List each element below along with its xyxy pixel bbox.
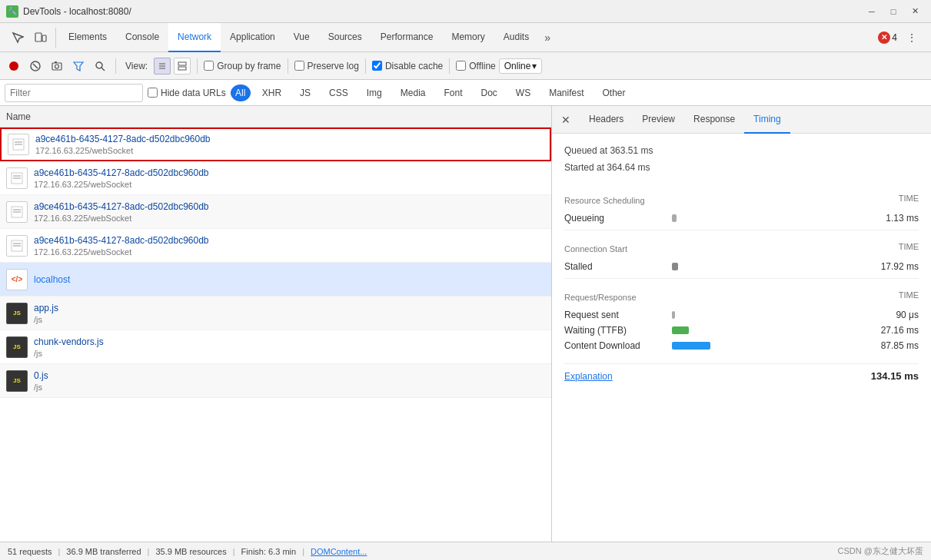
separator: | (302, 547, 304, 556)
request-response-header: Request/Response TIME (564, 285, 919, 305)
network-item[interactable]: a9ce461b-6435-4127-8adc-d502dbc960db 172… (0, 229, 551, 263)
started-at-text: Started at 364.64 ms (564, 160, 919, 177)
window-controls: ─ □ ✕ (862, 3, 925, 20)
offline-checkbox[interactable] (456, 61, 466, 71)
filter-ws-button[interactable]: WS (509, 84, 537, 101)
online-text: Online (504, 61, 531, 71)
network-item[interactable]: a9ce461b-6435-4127-8adc-d502dbc960db 172… (0, 161, 551, 195)
item-details: 0.js /js (34, 370, 545, 392)
resources-size: 35.9 MB resources (155, 547, 226, 556)
disable-cache-checkbox[interactable] (372, 61, 382, 71)
filter-manifest-button[interactable]: Manifest (542, 84, 590, 101)
record-button[interactable] (5, 57, 23, 75)
more-options-button[interactable]: ⋮ (902, 28, 922, 48)
maximize-button[interactable]: □ (883, 3, 903, 20)
explanation-link[interactable]: Explanation (564, 371, 613, 382)
tab-application[interactable]: Application (221, 23, 284, 52)
network-throttle-dropdown[interactable]: Online ▾ (499, 58, 543, 74)
tab-sources-label: Sources (328, 31, 362, 42)
network-item[interactable]: JS app.js /js (0, 297, 551, 330)
network-item[interactable]: JS 0.js /js (0, 364, 551, 398)
network-list-header: Name (0, 106, 551, 128)
preserve-log-checkbox[interactable] (294, 61, 304, 71)
tab-elements[interactable]: Elements (59, 23, 116, 52)
offline-label[interactable]: Offline (456, 61, 495, 71)
network-item[interactable]: a9ce461b-6435-4127-8adc-d502dbc960db 172… (0, 128, 551, 161)
filter-img-button[interactable]: Img (360, 84, 389, 101)
search-button[interactable] (91, 57, 109, 75)
js-icon: JS (6, 303, 28, 324)
tree-view-button[interactable] (174, 58, 191, 75)
waiting-value: 27.16 ms (881, 325, 919, 336)
content-download-value: 87.85 ms (881, 340, 919, 351)
svg-point-6 (55, 65, 59, 68)
filter-doc-button[interactable]: Doc (474, 84, 504, 101)
resource-scheduling-label: Resource Scheduling (564, 196, 645, 205)
tab-vue[interactable]: Vue (284, 23, 319, 52)
tab-application-label: Application (230, 31, 275, 42)
error-circle-icon: ✕ (878, 31, 890, 44)
item-name: a9ce461b-6435-4127-8adc-d502dbc960db (34, 167, 545, 178)
more-tabs-button[interactable]: » (538, 23, 557, 52)
tab-network[interactable]: Network (168, 23, 221, 52)
preserve-log-label[interactable]: Preserve log (294, 61, 359, 71)
queueing-value: 1.13 ms (886, 213, 919, 224)
group-by-frame-checkbox[interactable] (204, 61, 214, 71)
filter-media-button[interactable]: Media (394, 84, 433, 101)
filter-other-button[interactable]: Other (596, 84, 633, 101)
close-button[interactable]: ✕ (905, 3, 925, 20)
hide-data-urls-checkbox[interactable] (148, 88, 158, 98)
filter-button[interactable] (69, 57, 88, 75)
item-url: /js (34, 315, 545, 324)
tab-performance[interactable]: Performance (371, 23, 443, 52)
filter-css-button[interactable]: CSS (322, 84, 355, 101)
content-download-label: Content Download (564, 340, 672, 351)
timing-tab-preview[interactable]: Preview (633, 106, 684, 134)
tab-console-label: Console (125, 31, 159, 42)
tab-sources[interactable]: Sources (319, 23, 371, 52)
svg-rect-5 (52, 63, 62, 70)
filter-js-button[interactable]: JS (293, 84, 318, 101)
separator-4 (365, 58, 366, 74)
item-details: chunk-vendors.js /js (34, 336, 545, 358)
separator-2 (197, 58, 198, 74)
timing-tab-headers[interactable]: Headers (580, 106, 633, 134)
minimize-button[interactable]: ─ (862, 3, 882, 20)
queueing-label: Queueing (564, 213, 672, 224)
toggle-device-button[interactable] (31, 28, 51, 48)
filter-input[interactable] (5, 84, 143, 102)
filter-xhr-button[interactable]: XHR (255, 84, 288, 101)
ws-icon (6, 235, 28, 257)
tab-audits[interactable]: Audits (494, 23, 538, 52)
svg-point-9 (96, 62, 102, 68)
ws-icon (8, 134, 29, 155)
close-timing-button[interactable]: ✕ (558, 112, 574, 128)
network-item[interactable]: a9ce461b-6435-4127-8adc-d502dbc960db 172… (0, 195, 551, 229)
network-item[interactable]: JS chunk-vendors.js /js (0, 330, 551, 364)
inspect-element-button[interactable] (8, 28, 28, 48)
name-column-header: Name (6, 111, 545, 122)
network-item[interactable]: </> localhost (0, 263, 551, 297)
hide-data-urls-label[interactable]: Hide data URLs (148, 88, 226, 98)
timing-tab-timing[interactable]: Timing (744, 106, 790, 134)
waiting-bar-area (672, 326, 881, 334)
tabs-row: Elements Console Network Application Vue… (0, 23, 931, 52)
group-by-frame-label[interactable]: Group by frame (204, 61, 281, 71)
request-sent-bar-area (672, 311, 896, 319)
capture-screenshot-button[interactable] (48, 57, 66, 75)
timing-meta: Queued at 363.51 ms Started at 364.64 ms (564, 143, 919, 176)
clear-button[interactable] (26, 57, 45, 75)
item-details: a9ce461b-6435-4127-8adc-d502dbc960db 172… (35, 134, 544, 155)
list-view-button[interactable] (154, 58, 171, 75)
item-name: a9ce461b-6435-4127-8adc-d502dbc960db (34, 201, 545, 212)
filter-font-button[interactable]: Font (437, 84, 469, 101)
filter-all-button[interactable]: All (231, 84, 251, 101)
timing-tab-response[interactable]: Response (684, 106, 744, 134)
network-list[interactable]: a9ce461b-6435-4127-8adc-d502dbc960db 172… (0, 128, 551, 542)
tab-console[interactable]: Console (116, 23, 168, 52)
resource-scheduling-header: Resource Scheduling TIME (564, 188, 919, 208)
timing-entry-waiting: Waiting (TTFB) 27.16 ms (564, 325, 919, 336)
dom-content-link[interactable]: DOMContent... (311, 547, 367, 556)
tab-memory[interactable]: Memory (442, 23, 494, 52)
disable-cache-label[interactable]: Disable cache (372, 61, 443, 71)
